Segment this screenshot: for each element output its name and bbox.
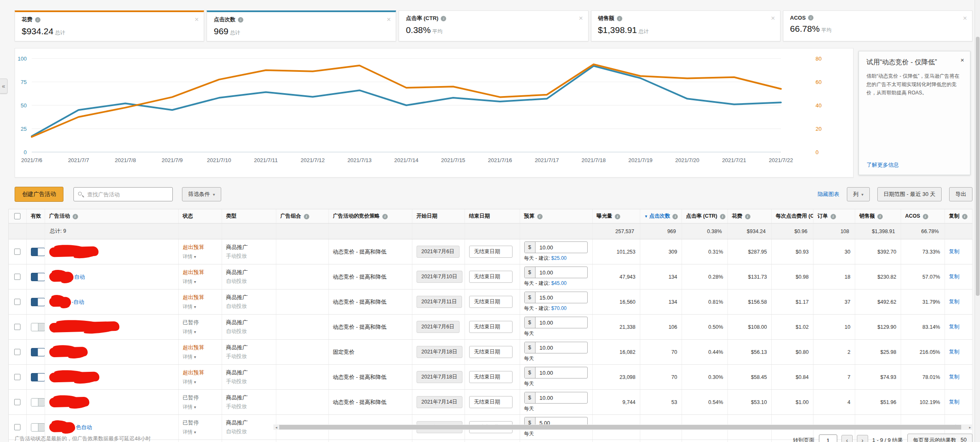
copy-link[interactable]: 复制 (949, 374, 960, 380)
row-checkbox[interactable] (14, 399, 20, 405)
header-impressions[interactable]: 曝光量i (592, 209, 640, 224)
budget-amount[interactable]: 10.00 (535, 267, 587, 278)
suggested-budget-link[interactable]: $25.00 (551, 255, 567, 261)
prev-page-button[interactable]: ‹ (841, 435, 853, 442)
budget-input[interactable]: $ 10.00 (524, 241, 588, 253)
budget-amount[interactable]: 10.00 (535, 342, 587, 353)
metric-card[interactable]: 销售额 i × $1,398.91总计 (591, 10, 780, 41)
close-icon[interactable]: × (386, 15, 391, 24)
close-icon[interactable]: × (579, 14, 583, 23)
row-checkbox[interactable] (14, 274, 20, 280)
date-range-button[interactable]: 日期范围 - 最近 30 天 (877, 187, 942, 201)
row-checkbox[interactable] (14, 324, 20, 330)
details-dropdown[interactable]: 详情 ▾ (183, 353, 217, 361)
details-dropdown[interactable]: 详情 ▾ (183, 378, 217, 386)
end-date-chip[interactable]: 无结束日期 (469, 271, 513, 283)
budget-amount[interactable]: 10.00 (535, 317, 587, 328)
info-icon[interactable]: i (962, 214, 967, 219)
active-toggle[interactable] (31, 423, 45, 432)
info-icon[interactable]: i (73, 214, 78, 219)
header-acos[interactable]: ACOSi (901, 209, 945, 224)
metric-card[interactable]: 点击次数 i × 969总计 (207, 10, 396, 41)
end-date-chip[interactable]: 无结束日期 (469, 346, 513, 358)
active-toggle[interactable] (31, 398, 45, 406)
info-icon[interactable]: i (745, 214, 750, 219)
header-clicks-sorted[interactable]: ▼点击次数i (640, 209, 682, 224)
copy-link[interactable]: 复制 (949, 274, 960, 279)
info-icon[interactable]: i (382, 214, 388, 219)
metric-card[interactable]: 点击率 (CTR) i × 0.38%平均 (399, 10, 588, 41)
info-icon[interactable]: i (35, 17, 40, 23)
start-date-chip[interactable]: 2021年7月6日 (417, 321, 460, 333)
copy-link[interactable]: 复制 (949, 299, 960, 305)
header-end-date[interactable]: 结束日期 (465, 209, 520, 224)
row-checkbox[interactable] (14, 424, 20, 430)
scroll-right-icon[interactable]: ▸ (967, 425, 973, 429)
horizontal-scrollbar[interactable]: ◂ ▸ (273, 424, 973, 430)
budget-input[interactable]: $ 10.00 (524, 392, 588, 404)
info-icon[interactable]: i (617, 16, 622, 21)
row-checkbox[interactable] (14, 374, 20, 380)
info-icon[interactable]: i (672, 214, 678, 219)
columns-dropdown-button[interactable]: 列 ▾ (847, 187, 870, 201)
end-date-chip[interactable]: 无结束日期 (469, 371, 513, 383)
header-ctr[interactable]: 点击率 (CTR)i (682, 209, 727, 224)
campaign-name-link[interactable]: 自动 (74, 273, 85, 281)
copy-link[interactable]: 复制 (949, 399, 960, 405)
details-dropdown[interactable]: 详情 ▾ (183, 278, 217, 285)
header-budget[interactable]: 预算i (520, 209, 592, 224)
start-date-chip[interactable]: 2021年7月11日 (417, 296, 462, 308)
close-icon[interactable]: × (771, 14, 775, 23)
copy-link[interactable]: 复制 (949, 324, 960, 330)
end-date-chip[interactable]: 无结束日期 (469, 246, 513, 258)
active-toggle[interactable] (31, 248, 45, 256)
export-button[interactable]: 导出 (949, 187, 972, 201)
header-type[interactable]: 类型 (222, 209, 276, 224)
header-spend[interactable]: 花费i (727, 209, 771, 224)
row-checkbox[interactable] (14, 299, 20, 305)
header-orders[interactable]: 订单i (813, 209, 855, 224)
suggested-budget-link[interactable]: $70.00 (551, 305, 567, 311)
metric-card[interactable]: 花费 i × $934.24总计 (15, 10, 204, 41)
start-date-chip[interactable]: 2021年7月18日 (417, 346, 462, 358)
details-dropdown[interactable]: 详情 ▾ (183, 429, 217, 436)
header-cpc[interactable]: 每次点击费用 (CPC)i (771, 209, 813, 224)
start-date-chip[interactable]: 2021年7月18日 (417, 371, 462, 383)
create-campaign-button[interactable]: 创建广告活动 (15, 187, 63, 202)
header-start-date[interactable]: 开始日期 (412, 209, 465, 224)
vertical-scrollbar-thumb[interactable] (976, 37, 980, 296)
scroll-left-icon[interactable]: ◂ (273, 425, 279, 429)
info-icon[interactable]: i (808, 15, 813, 20)
info-icon[interactable]: i (441, 16, 446, 21)
row-checkbox[interactable] (14, 249, 20, 255)
budget-input[interactable]: $ 10.00 (524, 367, 588, 378)
end-date-chip[interactable]: 无结束日期 (469, 321, 513, 333)
next-page-button[interactable]: › (857, 435, 868, 442)
header-status[interactable]: 状态 (178, 209, 222, 224)
copy-link[interactable]: 复制 (949, 349, 960, 355)
per-page-selector[interactable]: 每页显示的结果数 50 (907, 434, 972, 442)
details-dropdown[interactable]: 详情 ▾ (183, 328, 217, 335)
info-icon[interactable]: i (720, 214, 725, 219)
goto-page-input[interactable] (819, 434, 837, 442)
start-date-chip[interactable]: 2021年7月14日 (417, 396, 462, 408)
info-icon[interactable]: i (615, 214, 620, 219)
header-sales[interactable]: 销售额i (855, 209, 901, 224)
hide-chart-link[interactable]: 隐藏图表 (818, 191, 839, 198)
budget-amount[interactable]: 10.00 (535, 367, 587, 378)
details-dropdown[interactable]: 详情 ▾ (183, 404, 217, 411)
budget-input[interactable]: $ 10.00 (524, 317, 588, 328)
active-toggle[interactable] (31, 323, 45, 331)
end-date-chip[interactable]: 无结束日期 (469, 396, 513, 408)
close-icon[interactable]: × (960, 56, 964, 64)
end-date-chip[interactable]: 无结束日期 (469, 296, 513, 308)
header-strategy[interactable]: 广告活动的竞价策略i (328, 209, 412, 224)
info-icon[interactable]: i (831, 214, 836, 219)
info-icon[interactable]: i (238, 17, 243, 23)
row-checkbox[interactable] (14, 349, 20, 355)
budget-input[interactable]: $ 10.00 (524, 267, 588, 278)
header-portfolio[interactable]: 广告组合i (276, 209, 328, 224)
start-date-chip[interactable]: 2021年7月10日 (417, 271, 462, 283)
budget-amount[interactable]: 10.00 (535, 392, 587, 403)
metric-card[interactable]: ACOS i × 66.78%平均 (783, 10, 972, 41)
